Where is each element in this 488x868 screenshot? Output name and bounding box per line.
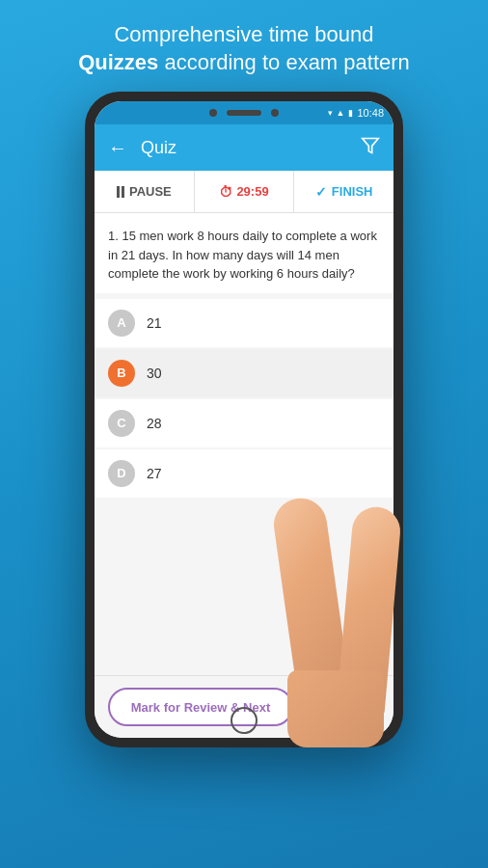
review-next-button[interactable]: Mark for Review & Next [108, 688, 293, 726]
pause-icon [117, 186, 124, 198]
option-text-c: 28 [147, 416, 162, 431]
svg-marker-0 [363, 138, 379, 152]
filter-button[interactable] [361, 136, 380, 160]
option-circle-b: B [108, 360, 135, 387]
header-line2: Quizzes according to exam pattern [78, 49, 410, 77]
home-button[interactable] [230, 707, 258, 734]
phone-shell: ▾ ▲ ▮ 10:48 ← Quiz PAUSE [85, 92, 403, 747]
option-row-b[interactable]: B 30 [95, 349, 393, 397]
phone-camera2 [271, 109, 279, 117]
option-text-d: 27 [147, 466, 162, 481]
next-button[interactable]: NEXT [303, 688, 380, 726]
quiz-controls: PAUSE ⏱ 29:59 ✓ FINISH [95, 171, 393, 213]
signal-icon: ▲ [337, 108, 345, 118]
finish-button[interactable]: ✓ FINISH [294, 171, 393, 212]
check-icon: ✓ [315, 184, 327, 200]
question-text: 1. 15 men work 8 hours daily to complete… [108, 227, 380, 284]
timer-display: ⏱ 29:59 [195, 171, 295, 212]
phone-speaker [227, 110, 261, 116]
wifi-icon: ▾ [328, 108, 333, 118]
top-header: Comprehensive time bound Quizzes accordi… [49, 0, 439, 92]
options-area: A 21 B 30 C 28 D 27 [95, 293, 393, 676]
phone-screen: ▾ ▲ ▮ 10:48 ← Quiz PAUSE [95, 101, 393, 738]
status-time: 10:48 [357, 107, 384, 119]
status-icons: ▾ ▲ ▮ 10:48 [328, 107, 384, 119]
option-circle-a: A [108, 310, 135, 337]
header-line1: Comprehensive time bound [78, 21, 410, 49]
option-circle-c: C [108, 410, 135, 437]
battery-icon: ▮ [348, 108, 353, 118]
timer-value: 29:59 [236, 184, 268, 199]
option-text-a: 21 [147, 315, 162, 331]
finish-label: FINISH [332, 184, 373, 199]
header-bold: Quizzes [78, 50, 158, 74]
header-end: according to exam pattern [164, 50, 409, 74]
pause-label: PAUSE [129, 184, 172, 199]
phone-camera [209, 109, 217, 117]
option-text-b: 30 [147, 366, 162, 381]
back-button[interactable]: ← [108, 137, 127, 159]
nav-bar: ← Quiz [95, 124, 393, 171]
question-area: 1. 15 men work 8 hours daily to complete… [95, 213, 393, 293]
option-row-c[interactable]: C 28 [95, 399, 393, 448]
pause-button[interactable]: PAUSE [95, 171, 195, 212]
phone-top-details [209, 109, 279, 117]
option-row-a[interactable]: A 21 [95, 299, 393, 347]
option-row-d[interactable]: D 27 [95, 449, 393, 498]
nav-title: Quiz [141, 138, 361, 158]
option-circle-d: D [108, 460, 135, 487]
timer-icon: ⏱ [219, 184, 232, 200]
